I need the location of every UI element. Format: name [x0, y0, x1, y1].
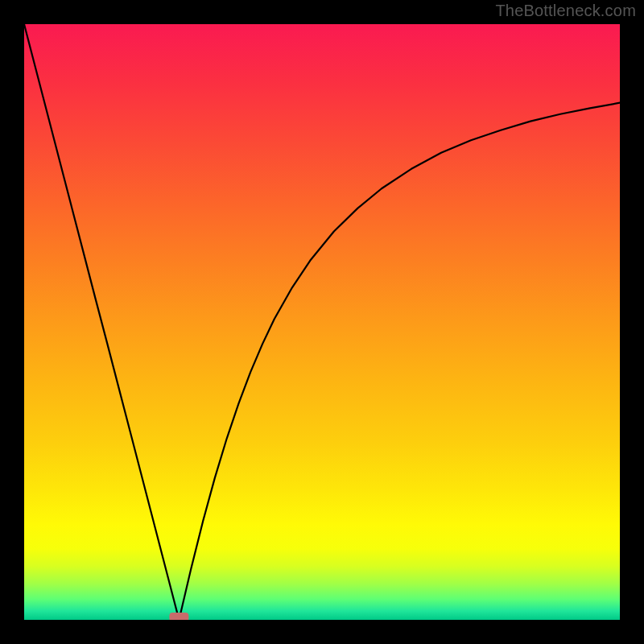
chart-svg	[24, 24, 620, 620]
chart-background	[24, 24, 620, 620]
chart-frame: TheBottleneck.com	[0, 0, 644, 644]
watermark-text: TheBottleneck.com	[495, 2, 636, 20]
marker	[169, 613, 188, 620]
plot-area	[24, 24, 620, 620]
